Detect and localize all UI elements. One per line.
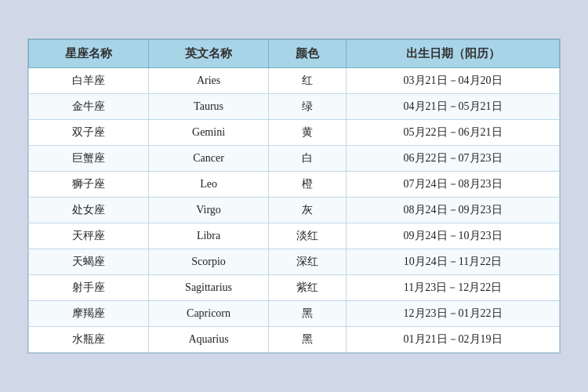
table-cell: Taurus [149,94,269,120]
table-cell: 红 [269,68,347,94]
table-cell: Gemini [149,120,269,146]
table-cell: Capricorn [149,301,269,327]
table-row: 金牛座Taurus绿04月21日－05月21日 [29,94,560,120]
table-cell: 03月21日－04月20日 [347,68,560,94]
table-cell: Sagittarius [149,275,269,301]
table-cell: 白羊座 [29,68,149,94]
table-cell: 12月23日－01月22日 [347,301,560,327]
table-cell: 天蝎座 [29,249,149,275]
table-cell: 天秤座 [29,223,149,249]
table-cell: Leo [149,172,269,198]
table-cell: 处女座 [29,198,149,223]
table-cell: Aquarius [149,327,269,353]
zodiac-table: 星座名称英文名称颜色出生日期（阳历） 白羊座Aries红03月21日－04月20… [28,39,560,353]
table-row: 天秤座Libra淡红09月24日－10月23日 [29,223,560,249]
table-row: 射手座Sagittarius紫红11月23日－12月22日 [29,275,560,301]
table-cell: 白 [269,146,347,172]
table-cell: 水瓶座 [29,327,149,353]
table-cell: 灰 [269,198,347,223]
table-cell: Cancer [149,146,269,172]
table-cell: 狮子座 [29,172,149,198]
table-cell: 黄 [269,120,347,146]
table-body: 白羊座Aries红03月21日－04月20日金牛座Taurus绿04月21日－0… [29,68,560,353]
table-row: 摩羯座Capricorn黑12月23日－01月22日 [29,301,560,327]
table-cell: Libra [149,223,269,249]
table-row: 狮子座Leo橙07月24日－08月23日 [29,172,560,198]
table-cell: Virgo [149,198,269,223]
table-cell: 双子座 [29,120,149,146]
table-header-cell: 星座名称 [29,40,149,68]
table-cell: 黑 [269,301,347,327]
table-row: 白羊座Aries红03月21日－04月20日 [29,68,560,94]
table-cell: 05月22日－06月21日 [347,120,560,146]
table-cell: 09月24日－10月23日 [347,223,560,249]
table-cell: 绿 [269,94,347,120]
table-header-row: 星座名称英文名称颜色出生日期（阳历） [29,40,560,68]
table-cell: 淡红 [269,223,347,249]
table-row: 天蝎座Scorpio深红10月24日－11月22日 [29,249,560,275]
table-cell: 巨蟹座 [29,146,149,172]
table-cell: 10月24日－11月22日 [347,249,560,275]
table-header-cell: 出生日期（阳历） [347,40,560,68]
table-cell: 07月24日－08月23日 [347,172,560,198]
table-cell: 紫红 [269,275,347,301]
table-cell: 深红 [269,249,347,275]
table-cell: Scorpio [149,249,269,275]
table-row: 水瓶座Aquarius黑01月21日－02月19日 [29,327,560,353]
table-cell: 04月21日－05月21日 [347,94,560,120]
table-cell: 射手座 [29,275,149,301]
table-cell: 黑 [269,327,347,353]
table-header-cell: 颜色 [269,40,347,68]
table-cell: 金牛座 [29,94,149,120]
table-cell: 橙 [269,172,347,198]
table-header-cell: 英文名称 [149,40,269,68]
table-row: 处女座Virgo灰08月24日－09月23日 [29,198,560,223]
table-cell: 08月24日－09月23日 [347,198,560,223]
table-row: 双子座Gemini黄05月22日－06月21日 [29,120,560,146]
zodiac-table-container: 星座名称英文名称颜色出生日期（阳历） 白羊座Aries红03月21日－04月20… [27,38,561,354]
table-cell: 06月22日－07月23日 [347,146,560,172]
table-cell: 01月21日－02月19日 [347,327,560,353]
table-cell: 摩羯座 [29,301,149,327]
table-cell: Aries [149,68,269,94]
table-cell: 11月23日－12月22日 [347,275,560,301]
table-row: 巨蟹座Cancer白06月22日－07月23日 [29,146,560,172]
